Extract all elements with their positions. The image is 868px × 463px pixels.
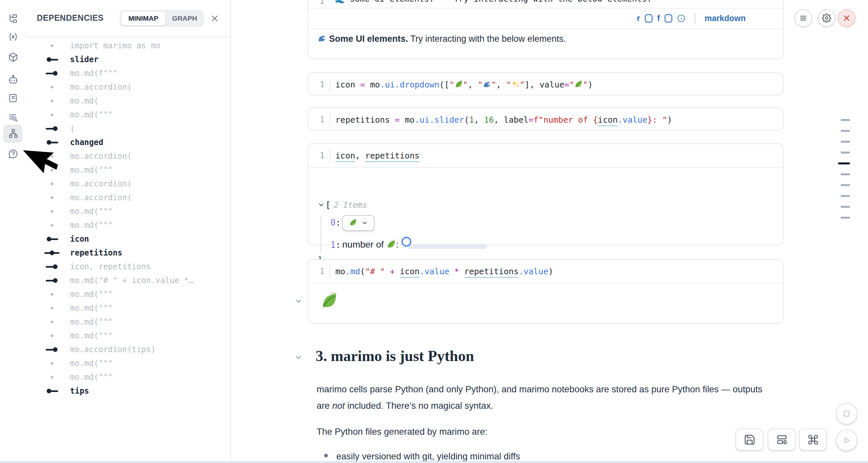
cell-position-marker[interactable]	[841, 152, 850, 154]
minimap-item[interactable]: mo.accordion(tips)	[26, 343, 230, 357]
minimap-item-label: mo.accordion(tips)	[70, 345, 156, 354]
minimap-item[interactable]: repetitions	[26, 246, 230, 260]
stop-button[interactable]	[836, 403, 858, 425]
minimap-item[interactable]: changed	[26, 135, 230, 149]
run-button[interactable]	[836, 429, 858, 451]
cell-position-markers[interactable]	[838, 119, 850, 219]
cell-marker-icon	[44, 232, 60, 246]
code-line: repetitions = mo.ui.slider(1, 16, label=…	[330, 115, 672, 125]
minimap-item[interactable]: mo.md("""	[26, 218, 230, 232]
packages-icon[interactable]	[8, 52, 19, 62]
code-line-clipped: 🌊 Some UI elements. - Try interacting wi…	[330, 0, 652, 8]
shutdown-button[interactable]	[838, 9, 856, 27]
close-panel-button[interactable]	[208, 12, 221, 25]
cell-position-marker[interactable]	[841, 206, 850, 208]
logs-icon[interactable]	[8, 93, 19, 103]
code-editor[interactable]: 1 icon, repetitions	[308, 144, 783, 168]
minimap-item-label: repetitions	[70, 248, 122, 257]
minimap-item[interactable]: mo.md("""	[26, 357, 230, 370]
minimap-item[interactable]: mo.accordion(	[26, 177, 230, 191]
cell-position-marker[interactable]	[841, 130, 850, 132]
minimap-item[interactable]: tips	[26, 384, 230, 398]
r-checkbox[interactable]	[645, 14, 653, 23]
cell-position-marker[interactable]	[838, 162, 850, 164]
info-icon[interactable]	[677, 14, 685, 23]
minimap-item-label: import marimo as mo	[70, 41, 160, 50]
leaf-emoji	[454, 80, 463, 89]
minimap-item[interactable]: mo.accordion(	[26, 149, 230, 163]
minimap-item[interactable]: icon, repetitions	[26, 260, 230, 274]
tab-graph[interactable]: GRAPH	[165, 11, 204, 25]
cell-intro-code[interactable]: 1 🌊 Some UI elements. - Try interacting …	[308, 0, 783, 8]
menu-button[interactable]	[794, 9, 812, 27]
code-line: icon = mo.ui.dropdown(["", "", ""], valu…	[330, 80, 593, 89]
wave-emoji	[317, 34, 327, 43]
minimap-item-label: changed	[70, 138, 103, 147]
minimap-item-label: mo.md("""	[70, 110, 113, 119]
section-collapse-chevron-icon[interactable]	[294, 353, 303, 362]
code-editor[interactable]: 1 repetitions = mo.ui.slider(1, 16, labe…	[308, 108, 783, 131]
minimap-item[interactable]: mo.md("""	[26, 287, 230, 301]
line-number: 1	[308, 264, 330, 279]
cell-intro: 1 🌊 Some UI elements. - Try interacting …	[307, 0, 783, 59]
collapse-chevron-icon[interactable]	[318, 201, 325, 209]
cell-position-marker[interactable]	[841, 217, 850, 219]
cell-position-marker[interactable]	[841, 119, 850, 121]
cell-position-marker[interactable]	[841, 173, 850, 175]
bullet-dot	[324, 454, 328, 457]
cell-marker-icon	[44, 370, 60, 384]
icon-dropdown-select[interactable]	[342, 215, 374, 231]
cell-position-marker[interactable]	[841, 184, 850, 186]
snippets-icon[interactable]	[8, 113, 19, 123]
settings-button[interactable]	[818, 9, 835, 27]
minimap-item[interactable]: mo.md(	[26, 94, 230, 108]
minimap-item[interactable]: mo.md("""	[26, 315, 230, 329]
minimap-item[interactable]: import marimo as mo	[26, 39, 230, 53]
leaf-output	[320, 291, 338, 310]
f-checkbox[interactable]	[664, 14, 672, 23]
icon-sidebar	[0, 0, 27, 463]
cell-marker-icon	[44, 329, 60, 343]
minimap-item[interactable]: (	[26, 122, 230, 135]
cell-position-marker[interactable]	[841, 195, 850, 197]
ai-assistant-icon[interactable]	[8, 74, 19, 85]
cell-position-marker[interactable]	[841, 141, 850, 143]
minimap-item[interactable]: mo.accordion(	[26, 191, 230, 205]
variables-icon[interactable]	[8, 32, 19, 42]
minimap-item[interactable]: mo.md("""	[26, 108, 230, 122]
minimap-item[interactable]: mo.md("""	[26, 301, 230, 315]
minimap-item[interactable]: mo.md(f"""	[26, 66, 230, 80]
minimap-item-label: slider	[70, 55, 99, 64]
section-heading: 3. marimo is just Python	[316, 347, 474, 365]
minimap-item[interactable]: mo.md("# " + icon.value *…	[26, 274, 230, 287]
code-editor[interactable]: 1 mo.md("# " + icon.value * repetitions.…	[308, 260, 783, 283]
tab-minimap[interactable]: MINIMAP	[121, 11, 165, 25]
minimap-item[interactable]: slider	[26, 53, 230, 66]
cell-marker-icon	[44, 135, 60, 149]
repetitions-slider-track[interactable]	[406, 244, 487, 249]
dependencies-icon[interactable]	[8, 128, 19, 139]
tree-index-1: 1:	[331, 240, 341, 250]
repetitions-slider-thumb[interactable]	[401, 237, 411, 247]
code-editor[interactable]: 1 icon = mo.ui.dropdown(["", "", ""], va…	[308, 73, 783, 96]
minimap-item-label: mo.accordion(	[70, 179, 132, 188]
tree-bracket-open: [	[326, 200, 331, 210]
minimap-item[interactable]: mo.md("""	[26, 163, 230, 177]
output-collapse-chevron-icon[interactable]	[294, 297, 303, 306]
language-badge[interactable]: markdown	[705, 13, 746, 23]
minimap-item[interactable]: mo.md("""	[26, 205, 230, 218]
hamburger-icon	[799, 13, 808, 23]
minimap-item[interactable]: mo.md("""	[26, 329, 230, 343]
minimap-item[interactable]: mo.md("""	[26, 370, 230, 384]
save-button[interactable]	[736, 429, 764, 451]
cell-marker-icon	[44, 149, 60, 163]
file-tree-icon[interactable]	[8, 13, 19, 24]
minimap-item[interactable]: mo.accordion(	[26, 80, 230, 94]
minimap-item[interactable]: icon	[26, 232, 230, 246]
tree-items-count: 2 Items	[334, 200, 367, 210]
keyboard-shortcuts-button[interactable]	[799, 429, 827, 451]
minimap-item-label: mo.accordion(	[70, 193, 132, 202]
cell-marker-icon	[44, 177, 60, 191]
layout-button[interactable]	[768, 429, 796, 451]
help-icon[interactable]	[8, 149, 19, 159]
